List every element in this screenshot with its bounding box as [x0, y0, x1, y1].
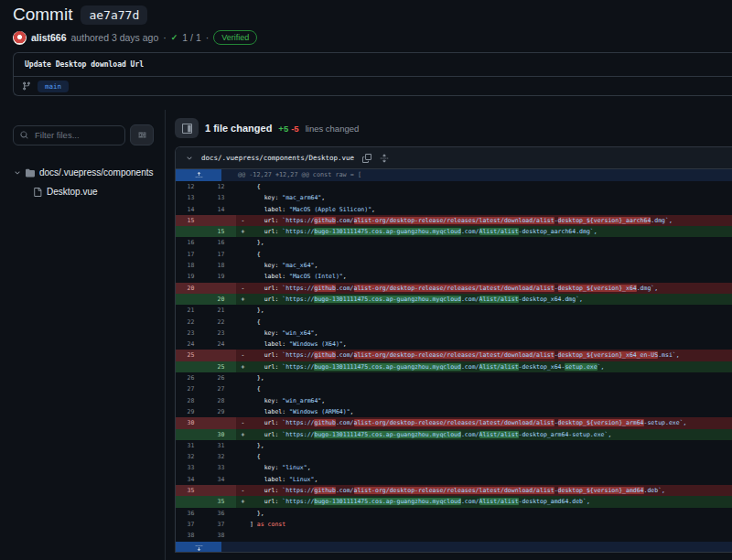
code-segment: .com/: [336, 351, 354, 359]
old-line-number[interactable]: 18: [176, 260, 206, 271]
new-line-number[interactable]: 38: [206, 530, 236, 541]
code-segment: .dmg`,: [637, 285, 658, 292]
dot-separator: ·: [206, 32, 210, 43]
files-changed-label[interactable]: 1 file changed: [205, 123, 272, 134]
hunk-row: @@ -12,27 +12,27 @@ const raw = [: [176, 169, 732, 181]
code-segment: desktop_${version}_x64: [558, 285, 637, 292]
new-line-number[interactable]: 16: [206, 237, 236, 248]
new-line-number[interactable]: 18: [206, 260, 236, 271]
old-line-number[interactable]: 36: [176, 508, 206, 519]
new-line-number[interactable]: 29: [206, 406, 236, 417]
new-line-number[interactable]: 36: [206, 508, 236, 519]
code-segment: .com/: [336, 487, 354, 494]
filter-files-input[interactable]: [33, 129, 118, 141]
new-line-number[interactable]: 25: [206, 361, 236, 372]
tree-file-label: Desktop.vue: [47, 187, 98, 197]
code-segment: {: [250, 453, 261, 460]
new-line-number[interactable]: 28: [206, 395, 236, 406]
old-line-number[interactable]: 21: [176, 305, 206, 316]
new-line-number[interactable]: 34: [206, 474, 236, 485]
new-line-number[interactable]: 30: [206, 429, 236, 440]
chevron-down-icon[interactable]: [186, 155, 193, 162]
old-line-number[interactable]: 31: [176, 440, 206, 451]
author-link[interactable]: alist666: [31, 32, 67, 43]
diff-marker: -: [236, 417, 250, 428]
diff-marker: [236, 339, 250, 350]
expand-up-button[interactable]: [176, 169, 221, 181]
new-line-number[interactable]: 32: [206, 451, 236, 462]
new-line-number[interactable]: 15: [206, 226, 236, 237]
old-line-number[interactable]: 14: [176, 204, 206, 215]
code-segment: key:: [250, 397, 282, 404]
old-line-number[interactable]: 37: [176, 519, 206, 530]
new-line-number[interactable]: 23: [206, 328, 236, 339]
new-line-number[interactable]: 12: [206, 181, 236, 192]
old-line-number[interactable]: 25: [176, 350, 206, 361]
diff-line: 3737] as const: [176, 519, 732, 530]
new-line-number[interactable]: 33: [206, 462, 236, 473]
avatar[interactable]: [13, 31, 27, 45]
tree-folder-label: docs/.vuepress/components: [39, 167, 154, 178]
old-line-number[interactable]: 12: [176, 181, 206, 192]
old-line-number[interactable]: 13: [176, 192, 206, 203]
new-line-number[interactable]: 13: [206, 192, 236, 203]
new-line-number[interactable]: 21: [206, 305, 236, 316]
tree-file-row[interactable]: Desktop.vue: [0, 182, 165, 201]
new-line-number[interactable]: 14: [206, 204, 236, 215]
old-line-number[interactable]: 33: [176, 462, 206, 473]
unfold-icon: [380, 154, 389, 163]
new-line-number[interactable]: 35: [206, 496, 236, 507]
old-line-number[interactable]: 30: [176, 417, 206, 428]
new-line-number[interactable]: 27: [206, 383, 236, 394]
old-line-number[interactable]: 29: [176, 406, 206, 417]
old-line-number[interactable]: 38: [176, 530, 206, 541]
old-line-number[interactable]: 24: [176, 339, 206, 350]
filter-files-field[interactable]: [13, 125, 125, 145]
code-content: key: "mac_x64",: [250, 260, 732, 271]
checks-count[interactable]: 1 / 1: [182, 32, 200, 43]
diff-line: 3333 key: "linux",: [176, 462, 732, 473]
tree-folder-row[interactable]: docs/.vuepress/components: [0, 163, 165, 182]
toggle-file-tree-button[interactable]: [175, 118, 199, 138]
branch-label[interactable]: main: [38, 81, 69, 92]
commit-message: Update Desktop download Url: [14, 53, 732, 77]
old-line-number[interactable]: 15: [176, 215, 206, 226]
old-line-number: [176, 429, 206, 440]
new-line-number[interactable]: 26: [206, 372, 236, 383]
new-line-number[interactable]: 37: [206, 519, 236, 530]
old-line-number[interactable]: 28: [176, 395, 206, 406]
new-line-number[interactable]: 19: [206, 271, 236, 282]
code-segment: url:: [250, 296, 282, 303]
old-line-number[interactable]: 23: [176, 328, 206, 339]
old-line-number[interactable]: 19: [176, 271, 206, 282]
old-line-number[interactable]: 17: [176, 249, 206, 260]
old-line-number[interactable]: 32: [176, 451, 206, 462]
code-segment: key:: [250, 329, 282, 337]
old-line-number[interactable]: 35: [176, 485, 206, 496]
diff-line: 15+ url: `https://bugo-1301111475.cos.ap…: [176, 226, 732, 237]
code-content: key: "linux",: [250, 462, 732, 473]
filter-options-button[interactable]: [130, 124, 154, 145]
old-line-number[interactable]: 16: [176, 237, 206, 248]
expand-all-button[interactable]: [380, 154, 389, 163]
expand-down-button[interactable]: [176, 542, 221, 554]
code-content: url: `https://bugo-1301111475.cos.ap-gua…: [250, 496, 732, 507]
verified-badge[interactable]: Verified: [213, 30, 257, 45]
new-line-number[interactable]: 17: [206, 249, 236, 260]
new-line-number[interactable]: 22: [206, 317, 236, 328]
old-line-number[interactable]: 34: [176, 474, 206, 485]
old-line-number[interactable]: 22: [176, 317, 206, 328]
new-line-number[interactable]: 20: [206, 294, 236, 305]
new-line-number[interactable]: 31: [206, 440, 236, 451]
old-line-number[interactable]: 26: [176, 372, 206, 383]
file-path[interactable]: docs/.vuepress/components/Desktop.vue: [201, 154, 354, 162]
copy-path-button[interactable]: [362, 154, 371, 163]
code-segment: `https://: [282, 351, 314, 359]
diff-marker: -: [236, 283, 250, 294]
fold-up-icon: [195, 171, 203, 179]
diff-line: 2727 {: [176, 383, 732, 394]
old-line-number[interactable]: 27: [176, 383, 206, 394]
new-line-number[interactable]: 24: [206, 339, 236, 350]
code-content: key: "win_arm64",: [250, 395, 732, 406]
old-line-number[interactable]: 20: [176, 283, 206, 294]
